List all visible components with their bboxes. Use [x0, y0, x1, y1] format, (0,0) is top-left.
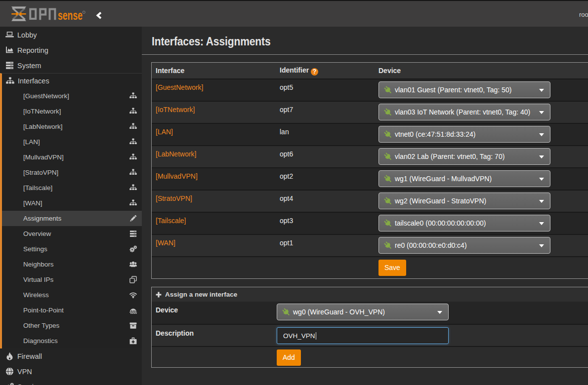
- svg-text:sense: sense: [58, 8, 83, 22]
